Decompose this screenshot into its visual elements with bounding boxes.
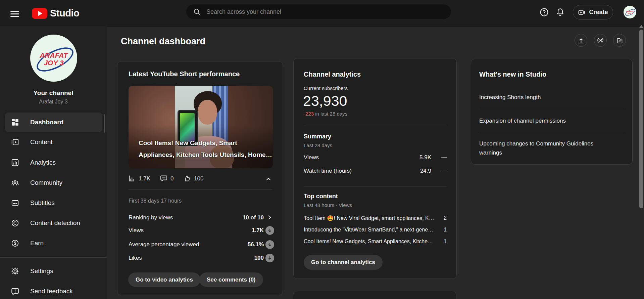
chevron-right-icon[interactable]	[266, 214, 274, 221]
create-label: Create	[589, 9, 608, 16]
partial-card-below	[293, 291, 456, 299]
notifications-bell-icon[interactable]	[555, 7, 565, 17]
summary-value-watch-time: 24.9	[392, 168, 431, 174]
dollar-icon	[11, 239, 19, 248]
see-comments-button[interactable]: See comments (0)	[199, 272, 263, 287]
sidebar-item-subtitles[interactable]: Subtitles	[5, 193, 102, 213]
sidebar-item-analytics[interactable]: Analytics	[5, 153, 102, 172]
topbar: Studio Create	[0, 0, 644, 27]
likes-thumb-icon	[183, 174, 191, 182]
subtitles-icon	[11, 199, 19, 207]
views-trend-down-icon[interactable]	[265, 226, 274, 235]
top-content-subtitle: Last 48 hours · Views	[304, 202, 352, 208]
metric-label-ranking: Ranking by views	[129, 214, 173, 221]
scrollbar-up-arrow[interactable]	[639, 25, 643, 28]
top-content-row-2[interactable]: Introducong the "VitaWear SmartBand," a …	[304, 227, 435, 233]
sidebar-item-dashboard[interactable]: Dashboard	[5, 113, 102, 132]
avg-viewed-trend-down-icon[interactable]	[265, 240, 274, 249]
live-broadcast-icon	[597, 37, 604, 44]
news-item-1[interactable]: Increasing Shorts length	[479, 93, 607, 102]
sidebar-item-earn[interactable]: Earn	[5, 233, 102, 253]
youtube-studio-app: Studio Create	[0, 0, 644, 299]
feedback-icon	[11, 287, 19, 296]
top-content-value-3: 1	[440, 239, 447, 245]
top-content-row-3[interactable]: Cool Items! New Gadgets, Smart Appliance…	[304, 239, 435, 245]
upload-videos-button[interactable]	[575, 34, 587, 47]
upload-icon	[578, 37, 585, 44]
create-button[interactable]: Create	[573, 5, 613, 19]
subscribers-value: 23,930	[303, 93, 347, 109]
whats-new-title: What's new in Studio	[479, 71, 546, 78]
sidebar-item-community[interactable]: Community	[5, 173, 102, 193]
collapse-chevron-up[interactable]	[264, 175, 273, 183]
views-chart-icon	[128, 174, 136, 182]
sidebar-item-send-feedback[interactable]: Send feedback	[5, 282, 102, 299]
studio-logo[interactable]: Studio	[32, 8, 79, 19]
go-live-button[interactable]	[594, 34, 607, 47]
help-icon[interactable]	[539, 7, 549, 17]
go-to-video-analytics-button[interactable]: Go to video analytics	[128, 272, 200, 287]
avatar-text-1: ARAFAT	[30, 51, 77, 59]
edit-pencil-icon	[616, 37, 623, 44]
analytics-divider-2	[304, 186, 447, 186]
sidebar-item-label: Subtitles	[30, 199, 55, 207]
summary-subtitle: Last 28 days	[304, 142, 332, 148]
short-card-divider	[129, 189, 272, 189]
likes-trend-down-icon[interactable]	[265, 254, 274, 262]
metric-label-likes: Likes	[129, 255, 142, 261]
page-scrollbar[interactable]	[639, 30, 643, 208]
summary-label-views: Views	[304, 154, 319, 161]
search-input[interactable]	[206, 8, 444, 16]
channel-avatar[interactable]: ARAFAT JOY 3	[30, 35, 77, 82]
top-content-value-1: 2	[440, 215, 447, 221]
sidebar-item-label: Settings	[30, 267, 53, 275]
sidebar-scrollbar[interactable]	[104, 114, 105, 133]
thumbnail-gradient	[129, 125, 273, 168]
short-age-text: First 38 days 17 hours	[129, 198, 182, 204]
analytics-card-title: Channel analytics	[304, 71, 361, 78]
analytics-icon	[11, 158, 19, 167]
search-icon	[193, 8, 201, 16]
short-video-thumbnail[interactable]: Cool Items! New Gadgets, Smart Appliance…	[129, 86, 273, 168]
content-icon	[11, 138, 19, 146]
dashboard-icon	[11, 118, 19, 127]
your-channel-label: Your channel	[0, 89, 107, 97]
video-title-line2: Appliances, Kitchen Tools Utensils, Home…	[139, 151, 272, 159]
metric-label-avg-viewed: Average percentage viewed	[129, 241, 199, 248]
sidebar-divider	[0, 257, 107, 258]
channel-search-bar[interactable]	[186, 4, 451, 19]
sidebar-item-label: Community	[30, 179, 62, 186]
top-content-value-2: 1	[440, 227, 447, 233]
whats-new-card: What's new in Studio Increasing Shorts l…	[471, 59, 633, 165]
views-trend-flat: —	[441, 154, 447, 161]
top-content-title: Top content	[304, 193, 338, 200]
subscribers-delta: -223	[304, 111, 314, 117]
summary-label-watch-time: Watch time (hours)	[304, 168, 352, 174]
top-content-row-1[interactable]: Tool Item 🤩! New Viral Gadget, smart app…	[304, 215, 435, 221]
video-title-line1: Cool Items! New Gadgets, Smart	[139, 139, 237, 147]
sidebar-item-settings[interactable]: Settings	[5, 261, 102, 281]
news-item-2[interactable]: Expansion of channel permissions	[479, 116, 607, 125]
metric-value-views: 1.7K	[217, 227, 264, 234]
sidebar-item-label: Dashboard	[30, 119, 63, 126]
sidebar-item-content-detection[interactable]: Content detection	[5, 213, 102, 233]
sidebar-item-content[interactable]: Content	[5, 132, 102, 152]
sidebar-item-label: Content	[30, 138, 53, 146]
brand-wordmark: Studio	[50, 8, 79, 19]
go-to-channel-analytics-button[interactable]: Go to channel analytics	[304, 255, 383, 270]
hamburger-menu-button[interactable]	[10, 9, 19, 19]
watch-time-trend-flat: —	[441, 167, 447, 174]
account-avatar[interactable]: ARAFAT JOY 3	[624, 6, 636, 18]
comments-icon	[160, 174, 168, 182]
metric-label-views: Views	[129, 227, 144, 234]
news-item-3[interactable]: Upcoming changes to Community Guidelines…	[479, 139, 607, 157]
short-likes-count: 100	[194, 175, 203, 182]
create-video-icon	[578, 8, 586, 16]
avatar-text-2: JOY 3	[30, 59, 77, 67]
subscribers-delta-period: in last 28 days	[314, 111, 347, 117]
analytics-divider-1	[304, 126, 447, 126]
metric-value-ranking: 10 of 10	[217, 214, 264, 221]
sidebar-item-label: Earn	[30, 240, 44, 247]
sidebar-item-label: Send feedback	[30, 288, 73, 295]
edit-button[interactable]	[613, 34, 626, 47]
